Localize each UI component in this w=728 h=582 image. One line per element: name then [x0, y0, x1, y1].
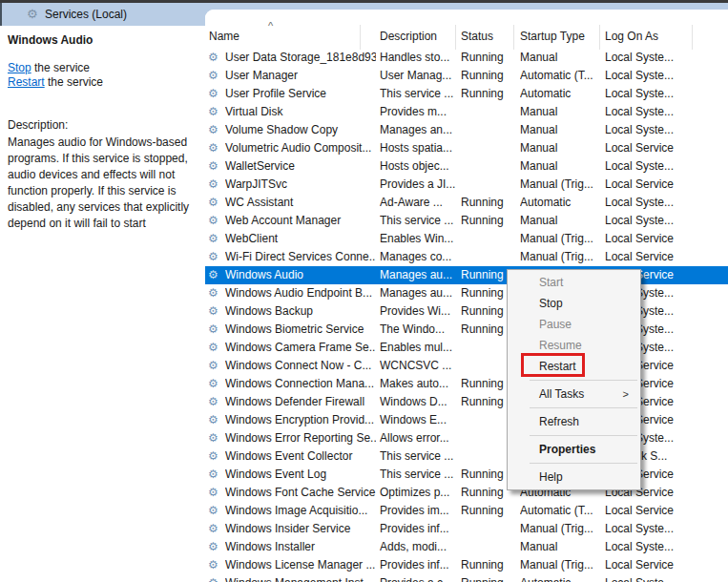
- service-name: WalletService: [225, 157, 376, 176]
- service-gear-icon: [208, 520, 223, 538]
- menu-item-properties[interactable]: Properties: [508, 439, 640, 460]
- table-row[interactable]: User Profile Service This service ... Ru…: [205, 85, 728, 103]
- service-description: Provides Wi...: [380, 302, 458, 321]
- table-row[interactable]: Windows Installer Adds, modi... Manual L…: [205, 538, 728, 556]
- menu-item-refresh[interactable]: Refresh: [508, 411, 640, 432]
- service-description: Adds, modi...: [380, 538, 458, 556]
- table-row[interactable]: Windows Audio Manages au... Running Loca…: [205, 266, 728, 284]
- service-description: Manages au...: [380, 266, 458, 284]
- column-header-description[interactable]: Description: [380, 30, 437, 43]
- service-status: [461, 139, 518, 157]
- service-log-on-as: Local Syste...: [605, 194, 725, 212]
- service-startup-type: Manual: [520, 212, 602, 230]
- table-row[interactable]: Windows Image Acquisitio... Provides im.…: [205, 502, 728, 520]
- service-gear-icon: [208, 538, 223, 556]
- table-row[interactable]: Volumetric Audio Composit... Hosts spati…: [205, 139, 728, 157]
- service-gear-icon: [208, 375, 223, 393]
- table-row[interactable]: WarpJITSvc Provides a JI... Manual (Trig…: [205, 176, 728, 194]
- service-name: Windows Biometric Service: [225, 321, 376, 339]
- restart-highlight-box: [521, 353, 585, 377]
- table-row[interactable]: Windows Connect Now - C... WCNCSVC ... L…: [205, 357, 728, 375]
- service-description: Provides inf...: [380, 520, 458, 538]
- stop-service-line: Stop the service: [8, 61, 103, 75]
- menu-separator: [530, 435, 637, 436]
- table-row[interactable]: Windows Error Reporting Se... Allows err…: [205, 429, 728, 447]
- service-log-on-as: Local Syste...: [605, 574, 725, 582]
- table-row[interactable]: WalletService Hosts objec... Manual Loca…: [205, 157, 728, 176]
- table-row[interactable]: WebClient Enables Win... Manual (Trig...…: [205, 230, 728, 248]
- service-status: [461, 176, 518, 194]
- service-startup-type: Manual: [520, 157, 602, 176]
- table-row[interactable]: Windows Connection Mana... Makes auto...…: [205, 375, 728, 393]
- table-row[interactable]: Windows License Manager ... Provides inf…: [205, 556, 728, 574]
- column-divider[interactable]: [599, 25, 600, 50]
- service-name: Virtual Disk: [225, 103, 376, 121]
- service-name: WarpJITSvc: [225, 176, 376, 194]
- table-row[interactable]: Web Account Manager This service ... Run…: [205, 212, 728, 230]
- service-name: Windows Error Reporting Se...: [225, 429, 376, 447]
- table-row[interactable]: Wi-Fi Direct Services Conne... Manages c…: [205, 248, 728, 266]
- service-log-on-as: Local Syste...: [605, 212, 725, 230]
- table-row[interactable]: Windows Event Collector This service ...…: [205, 447, 728, 466]
- column-header-log-on-as[interactable]: Log On As: [605, 30, 658, 43]
- table-row[interactable]: Windows Encryption Provid... Windows E..…: [205, 411, 728, 429]
- table-row[interactable]: Volume Shadow Copy Manages an... Manual …: [205, 121, 728, 139]
- table-row[interactable]: WC Assistant Ad-Aware ... Running Automa…: [205, 194, 728, 212]
- service-status: Running: [461, 67, 518, 85]
- banner-left-edge: [0, 3, 2, 26]
- description-text: Manages audio for Windows-based programs…: [8, 135, 204, 232]
- column-header-status[interactable]: Status: [461, 30, 493, 43]
- column-divider[interactable]: [360, 25, 361, 50]
- column-header-startup-type[interactable]: Startup Type: [520, 30, 585, 43]
- table-row[interactable]: Windows Biometric Service The Windo... R…: [205, 321, 728, 339]
- context-menu: StartStopPauseResumeRestartAll Tasks>Ref…: [507, 269, 641, 490]
- service-description: Windows D...: [380, 393, 458, 411]
- service-log-on-as: Local Service: [605, 176, 725, 194]
- column-divider[interactable]: [455, 25, 456, 50]
- column-divider[interactable]: [692, 25, 693, 50]
- service-gear-icon: [208, 248, 223, 266]
- services-list-pane: Name Description Status Startup Type Log…: [205, 10, 728, 582]
- service-name: WC Assistant: [225, 194, 376, 212]
- table-row[interactable]: Windows Event Log This service ... Runni…: [205, 466, 728, 484]
- table-row[interactable]: Windows Backup Provides Wi... Running Lo…: [205, 302, 728, 321]
- table-row[interactable]: Windows Insider Service Provides inf... …: [205, 520, 728, 538]
- column-header-name[interactable]: Name: [209, 30, 239, 43]
- service-description: This service ...: [380, 85, 458, 103]
- service-log-on-as: Local Service: [605, 556, 725, 574]
- service-log-on-as: Local Syste...: [605, 157, 725, 176]
- service-status: Running: [461, 49, 518, 67]
- service-description: This service ...: [380, 466, 458, 484]
- service-startup-type: Manual (Trig...: [520, 230, 602, 248]
- service-name: Windows Event Collector: [225, 447, 376, 466]
- restart-service-link[interactable]: Restart: [8, 75, 45, 89]
- menu-item-stop[interactable]: Stop: [508, 293, 640, 314]
- column-divider[interactable]: [513, 25, 514, 50]
- menu-item-help[interactable]: Help: [508, 467, 640, 488]
- service-gear-icon: [208, 393, 223, 411]
- table-row[interactable]: User Data Storage_181e8d93 Handles sto..…: [205, 49, 728, 67]
- service-startup-type: Automatic (T...: [520, 67, 602, 85]
- table-row[interactable]: Windows Defender Firewall Windows D... R…: [205, 393, 728, 411]
- service-startup-type: Manual (Trig...: [520, 176, 602, 194]
- table-row[interactable]: Windows Audio Endpoint B... Manages au..…: [205, 284, 728, 302]
- service-description: This service ...: [380, 212, 458, 230]
- service-log-on-as: Local Syste...: [605, 520, 725, 538]
- table-row[interactable]: User Manager User Manag... Running Autom…: [205, 67, 728, 85]
- stop-service-link[interactable]: Stop: [8, 61, 31, 74]
- service-name: Volumetric Audio Composit...: [225, 139, 376, 157]
- menu-item-all-tasks[interactable]: All Tasks>: [508, 384, 640, 405]
- service-description: Optimizes p...: [380, 484, 458, 502]
- description-label: Description:: [8, 117, 204, 134]
- service-gear-icon: [208, 302, 223, 321]
- table-row[interactable]: Windows Management Inst... Provides a c.…: [205, 574, 728, 582]
- service-status: [461, 103, 518, 121]
- service-name: User Manager: [225, 67, 376, 85]
- service-description: Hosts objec...: [380, 157, 458, 176]
- table-row[interactable]: Virtual Disk Provides m... Manual Local …: [205, 103, 728, 121]
- table-row[interactable]: Windows Camera Frame Se... Enables mul..…: [205, 339, 728, 357]
- chevron-right-icon: >: [623, 384, 629, 405]
- table-row[interactable]: Windows Font Cache Service Optimizes p..…: [205, 484, 728, 502]
- service-description: Ad-Aware ...: [380, 194, 458, 212]
- service-name: Wi-Fi Direct Services Conne...: [225, 248, 376, 266]
